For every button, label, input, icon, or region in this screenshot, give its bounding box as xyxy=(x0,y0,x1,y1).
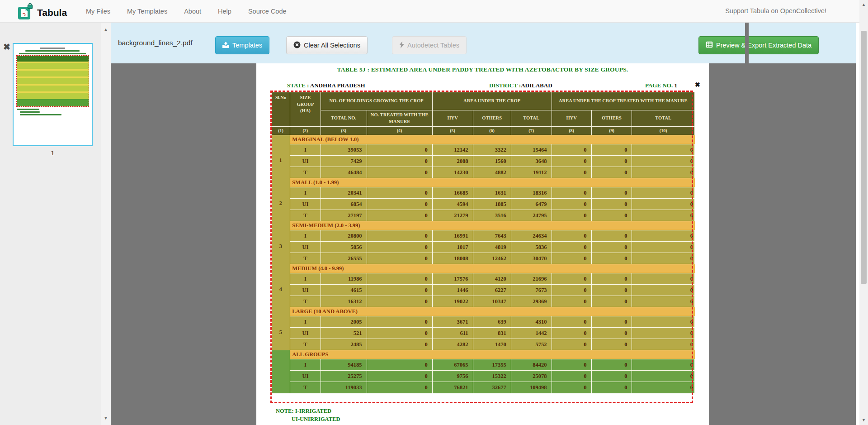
row-type-cell: T xyxy=(290,210,321,221)
nav-link-my-templates[interactable]: My Templates xyxy=(127,8,167,15)
page-thumbnail[interactable] xyxy=(13,43,93,146)
thumb-title-line xyxy=(40,48,65,49)
section-label: LARGE (10 AND ABOVE) xyxy=(290,307,695,316)
page-number-field: PAGE NO. 1 xyxy=(645,82,677,89)
table-cell: 30470 xyxy=(511,253,552,264)
header-cell: TOTAL NO. xyxy=(321,110,367,127)
table-cell: 0 xyxy=(367,316,432,328)
document-title: TABLE 5J : ESTIMATED AREA UNDER PADDY TR… xyxy=(256,66,709,73)
scroll-up-icon[interactable]: ▲ xyxy=(859,2,868,7)
table-row: I2005036716394310000 xyxy=(272,316,695,328)
scroll-down-icon[interactable]: ▼ xyxy=(101,416,111,420)
table-cell: 0 xyxy=(591,316,632,328)
table-cell: 2485 xyxy=(321,339,367,350)
table-cell: 6227 xyxy=(473,285,511,296)
table-cell: 0 xyxy=(367,339,432,350)
nav-link-my-files[interactable]: My Files xyxy=(86,8,110,15)
slno-cell: 5 xyxy=(272,307,290,350)
table-row: I20800016991764324634000 xyxy=(272,230,695,242)
district-label: DISTRICT : xyxy=(489,82,521,89)
table-cell: 4310 xyxy=(511,316,552,328)
table-cell: 1560 xyxy=(473,156,511,167)
table-cell: 0 xyxy=(367,199,432,210)
table-cell: 0 xyxy=(591,253,632,264)
table-cell: 0 xyxy=(632,199,695,210)
table-cell: 0 xyxy=(552,316,591,328)
table-cell: 4120 xyxy=(473,273,511,285)
table-cell: 611 xyxy=(432,328,473,339)
table-cell: 18316 xyxy=(511,187,552,199)
row-type-cell: I xyxy=(290,273,321,285)
row-type-cell: UI xyxy=(290,285,321,296)
header-cell: AREA UNDER THE CROP xyxy=(432,92,552,110)
scrollbar-thumb[interactable] xyxy=(861,31,867,284)
table-cell: 0 xyxy=(367,230,432,242)
table-cell: 0 xyxy=(591,199,632,210)
row-type-cell: I xyxy=(290,144,321,156)
table-row: T11903307682132677109498000 xyxy=(272,382,695,393)
table-cell: 0 xyxy=(367,273,432,285)
section-header-row: ALL GROUPS xyxy=(272,350,695,359)
row-type-cell: UI xyxy=(290,242,321,253)
table-cell: 29369 xyxy=(511,296,552,307)
table-cell: 0 xyxy=(632,253,695,264)
table-cell: 94185 xyxy=(321,359,367,371)
remove-circle-icon xyxy=(293,41,301,50)
nav-link-source-code[interactable]: Source Code xyxy=(248,8,287,15)
section-header-row: 3SEMI-MEDIUM (2.0 - 3.99) xyxy=(272,221,695,230)
table-cell: 0 xyxy=(591,187,632,199)
section-header-row: 2SMALL (1.0 - 1.99) xyxy=(272,178,695,187)
thumbnail-page-number: 1 xyxy=(13,149,93,157)
pdf-viewer: TABLE 5J : ESTIMATED AREA UNDER PADDY TR… xyxy=(111,63,856,425)
table-cell: 15322 xyxy=(473,371,511,382)
table-cell: 4594 xyxy=(432,199,473,210)
pdf-page[interactable]: TABLE 5J : ESTIMATED AREA UNDER PADDY TR… xyxy=(256,63,709,425)
support-link[interactable]: Support Tabula on OpenCollective! xyxy=(725,7,826,14)
table-cell: 4615 xyxy=(321,285,367,296)
window-scrollbar[interactable]: ▲ ▼ xyxy=(859,0,868,425)
sidebar-scrollbar[interactable]: ▲ ▼ xyxy=(101,23,111,425)
table-cell: 1631 xyxy=(473,187,511,199)
table-cell: 0 xyxy=(632,187,695,199)
table-cell: 0 xyxy=(367,210,432,221)
viewer-gutter xyxy=(745,23,749,425)
table-cell: 0 xyxy=(632,316,695,328)
colnum-cell: (8) xyxy=(552,127,591,135)
table-subheader-row: TOTAL NO.NO. TREATED WITH THE MANUREHYVO… xyxy=(272,110,695,127)
table-cell: 20341 xyxy=(321,187,367,199)
templates-button[interactable]: Templates xyxy=(215,36,269,54)
table-cell: 0 xyxy=(552,285,591,296)
thumb-note-line xyxy=(17,109,39,110)
table-cell: 0 xyxy=(632,156,695,167)
table-cell: 0 xyxy=(632,285,695,296)
remove-page-button[interactable]: ✖ xyxy=(3,43,10,51)
remove-selection-button[interactable]: ✖ xyxy=(695,81,700,88)
section-header-row: 5LARGE (10 AND ABOVE) xyxy=(272,307,695,316)
table-cell: 0 xyxy=(552,156,591,167)
district-field: DISTRICT :ADILABAD xyxy=(489,82,552,89)
table-cell: 5752 xyxy=(511,339,552,350)
row-type-cell: UI xyxy=(290,199,321,210)
table-cell: 19022 xyxy=(432,296,473,307)
nav-link-help[interactable]: Help xyxy=(218,8,231,15)
table-cell: 84420 xyxy=(511,359,552,371)
scroll-down-icon[interactable]: ▼ xyxy=(859,418,868,422)
table-cell: 9756 xyxy=(432,371,473,382)
slno-cell: 2 xyxy=(272,178,290,221)
table-cell: 3648 xyxy=(511,156,552,167)
table-cell: 4882 xyxy=(473,167,511,178)
header-cell: OTHERS xyxy=(591,110,632,127)
lightning-icon xyxy=(399,41,404,50)
table-cell: 0 xyxy=(552,328,591,339)
row-type-cell: I xyxy=(290,359,321,371)
header-cell: NO. OF HOLDINGS GROWING THE CROP xyxy=(321,92,432,110)
export-button[interactable]: Preview & Export Extracted Data xyxy=(698,36,819,54)
autodetect-tables-button[interactable]: Autodetect Tables xyxy=(392,36,467,54)
thumb-note-line xyxy=(20,114,61,115)
scroll-up-icon[interactable]: ▲ xyxy=(101,27,111,32)
nav-link-about[interactable]: About xyxy=(184,8,201,15)
brand-link[interactable]: Tabula xyxy=(18,3,67,22)
table-cell: 0 xyxy=(552,144,591,156)
clear-selections-button[interactable]: Clear All Selections xyxy=(286,36,368,54)
table-cell: 12462 xyxy=(473,253,511,264)
